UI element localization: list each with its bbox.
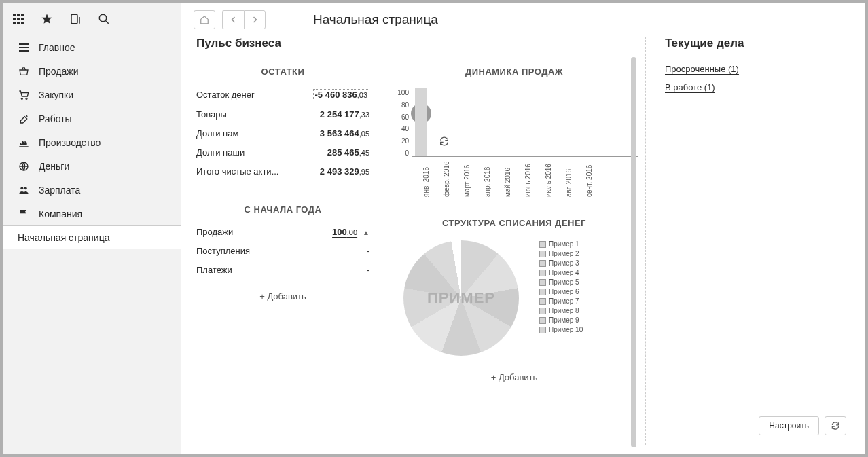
configure-button[interactable]: Настроить [759, 416, 819, 435]
chart-x-label: янв. 2016 [422, 177, 430, 197]
tasks-panel: Текущие дела Просроченные (1)В работе (1… [645, 37, 856, 445]
back-button[interactable] [222, 10, 244, 29]
ytd-add-link[interactable]: + Добавить [196, 291, 369, 301]
legend-item[interactable]: Пример 2 [539, 250, 583, 257]
tasks-header: Текущие дела [665, 37, 856, 50]
globe-icon [18, 160, 30, 172]
sidebar-item-works[interactable]: Работы [3, 107, 181, 130]
sidebar-item-company[interactable]: Компания [3, 202, 181, 225]
legend-item[interactable]: Пример 9 [539, 316, 583, 324]
legend-item[interactable]: Пример 8 [539, 307, 583, 314]
balance-label: Долги наши [196, 147, 245, 158]
legend-label: Пример 4 [549, 269, 579, 276]
legend-item[interactable]: Пример 1 [539, 240, 583, 248]
sidebar-item-money[interactable]: Деньги [3, 154, 181, 178]
forward-button[interactable] [244, 10, 266, 29]
chart-bar [415, 88, 427, 156]
task-link[interactable]: Просроченные (1) [665, 64, 856, 74]
nav-label: Работы [39, 113, 72, 124]
nav-label: Закупки [39, 90, 73, 100]
balance-label: Товары [196, 109, 227, 120]
balance-value[interactable]: 2 254 177,33 [320, 109, 369, 120]
ytd-value: - [367, 265, 369, 275]
flag-icon [18, 208, 30, 220]
sidebar-item-production[interactable]: Производство [3, 130, 181, 154]
svg-rect-8 [21, 22, 24, 24]
svg-point-15 [24, 187, 27, 189]
balance-value[interactable]: -5 460 836,03 [313, 89, 369, 100]
balance-row: Остаток денег-5 460 836,03 [196, 89, 369, 100]
apps-icon[interactable] [11, 12, 26, 26]
ytd-value[interactable]: 100,00 [332, 227, 357, 237]
ytd-row: Продажи100,00▲ [196, 227, 369, 237]
svg-point-10 [99, 14, 107, 22]
legend-swatch [539, 317, 546, 324]
nav-label: Начальная страница [18, 232, 109, 243]
legend-item[interactable]: Пример 7 [539, 297, 583, 305]
ytd-row: Поступления- [196, 246, 369, 256]
nav-label: Производство [39, 137, 101, 148]
task-link[interactable]: В работе (1) [665, 82, 856, 92]
home-button[interactable] [194, 10, 215, 29]
chart-x-label: май 2016 [504, 177, 511, 197]
chart-x-label: июнь 2016 [524, 177, 532, 197]
legend-label: Пример 2 [549, 250, 579, 257]
balance-label: Остаток денег [196, 90, 255, 100]
sidebar-item-purchases[interactable]: Закупки [3, 83, 181, 107]
balances-header: ОСТАТКИ [196, 67, 369, 77]
ytd-value: - [367, 246, 369, 256]
legend-label: Пример 8 [549, 307, 579, 314]
legend-item[interactable]: Пример 4 [539, 269, 583, 276]
nav-label: Продажи [39, 66, 78, 77]
people-icon [18, 184, 30, 196]
pulse-panel: Пульс бизнеса + ОСТАТКИ Остаток денег-5 … [196, 37, 645, 445]
legend-swatch [539, 241, 546, 248]
legend-item[interactable]: Пример 10 [539, 326, 583, 333]
nav-label: Компания [39, 208, 82, 219]
star-icon[interactable] [39, 12, 54, 26]
legend-label: Пример 1 [549, 240, 579, 248]
sales-chart-header: ДИНАМИКА ПРОДАЖ [390, 67, 638, 77]
menu-icon [18, 41, 30, 54]
chart-x-label: апр. 2016 [484, 177, 491, 197]
tools-icon [18, 113, 30, 125]
history-icon[interactable] [68, 12, 83, 26]
ytd-row: Платежи- [196, 265, 369, 275]
svg-rect-5 [21, 18, 24, 20]
sidebar-item-main[interactable]: Главное [3, 35, 181, 59]
scrollbar[interactable] [631, 57, 636, 447]
legend-item[interactable]: Пример 6 [539, 288, 583, 295]
search-icon[interactable] [96, 12, 111, 26]
legend-label: Пример 7 [549, 297, 579, 305]
nav-label: Главное [39, 42, 75, 53]
legend-item[interactable]: Пример 3 [539, 259, 583, 267]
legend-swatch [539, 270, 546, 276]
sidebar-item-salary[interactable]: Зарплата [3, 178, 181, 202]
refresh-tasks-button[interactable] [825, 416, 846, 435]
legend-swatch [539, 251, 546, 257]
page-title: Начальная страница [313, 12, 438, 27]
legend-swatch [539, 289, 546, 295]
legend-item[interactable]: Пример 5 [539, 278, 583, 286]
balance-value[interactable]: 285 465,45 [327, 147, 369, 158]
balance-value[interactable]: 3 563 464,05 [320, 128, 369, 139]
pulse-title: Пульс бизнеса [196, 37, 638, 50]
nav-label: Деньги [39, 161, 69, 172]
pie-chart: ПРИМЕР [403, 240, 519, 356]
balance-row: Долги нам3 563 464,05 [196, 128, 369, 139]
balance-label: Долги нам [196, 128, 238, 139]
balance-value[interactable]: 2 493 329,95 [320, 166, 369, 177]
pie-watermark: ПРИМЕР [427, 289, 495, 307]
sidebar-item-sales[interactable]: Продажи [3, 59, 181, 83]
chart-x-label: февр. 2016 [443, 177, 450, 197]
sidebar-item-home[interactable]: Начальная страница [3, 225, 181, 249]
balance-row: Итого чистые акти...2 493 329,95 [196, 166, 369, 177]
legend-swatch [539, 308, 546, 314]
svg-rect-4 [17, 18, 20, 20]
svg-point-12 [26, 98, 27, 99]
nav-list: Главное Продажи Закупки Работы Производс… [3, 35, 181, 454]
basket-icon [18, 65, 30, 77]
svg-rect-3 [13, 18, 16, 20]
pie-add-link[interactable]: + Добавить [390, 372, 638, 382]
svg-rect-9 [71, 14, 77, 24]
